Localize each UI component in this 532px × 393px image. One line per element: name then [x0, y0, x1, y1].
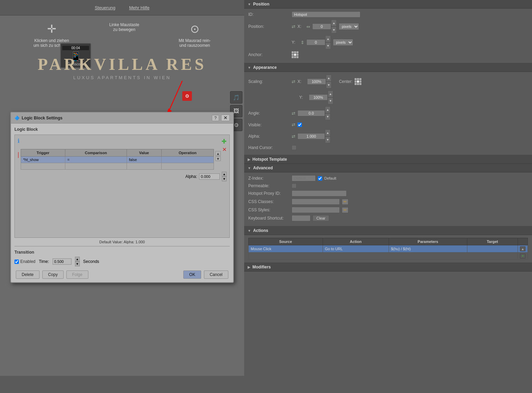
y-unit-select[interactable]: pixels: [333, 39, 353, 46]
scaling-y-up[interactable]: ▲: [328, 91, 333, 97]
modifiers-section-header[interactable]: ▶ Modifiers: [244, 263, 532, 272]
dialog-close-btn[interactable]: ✕: [221, 115, 230, 121]
advanced-section-header[interactable]: ▼ Advanced: [244, 164, 532, 172]
enabled-checkbox[interactable]: [14, 259, 19, 264]
z-default-label: Default: [324, 176, 336, 180]
info-icon[interactable]: ℹ: [18, 138, 20, 144]
add-row-icon[interactable]: ✚: [221, 138, 227, 145]
logic-block-content: ℹ ✚ | Trigger Comparison Value Operation: [14, 135, 230, 238]
hotspot-template-header-label: Hotspot Template: [252, 157, 287, 162]
keyboard-row: Keyboard Shortcut: Clear: [248, 215, 528, 221]
transition-label: Transition: [14, 250, 230, 255]
x-spin-up[interactable]: ▲: [331, 20, 337, 26]
cancel-button[interactable]: Cancel: [204, 270, 228, 279]
row-handle[interactable]: |: [18, 151, 21, 158]
scaling-x-group: ▲ ▼: [307, 75, 332, 88]
time-input[interactable]: [53, 258, 72, 265]
scaling-y-down[interactable]: ▼: [328, 97, 333, 104]
anchor-grid-icon[interactable]: [292, 51, 298, 58]
clear-button[interactable]: Clear: [313, 215, 329, 221]
delete-button[interactable]: Delete: [16, 270, 40, 279]
x-input[interactable]: [312, 23, 331, 30]
center-grid-icon[interactable]: [355, 78, 361, 85]
alpha-input[interactable]: [199, 173, 220, 180]
angle-input[interactable]: [297, 110, 325, 116]
scaling-x-up[interactable]: ▲: [326, 75, 332, 82]
css-styles-input[interactable]: [292, 207, 340, 213]
scaling-y-input[interactable]: [309, 94, 328, 100]
css-styles-edit-btn[interactable]: ✏: [342, 207, 348, 213]
visible-sync-icon[interactable]: ⇄: [292, 122, 295, 127]
mehr-hilfe-link[interactable]: Mehr Hilfe: [129, 5, 149, 10]
hand-cursor-checkbox[interactable]: [292, 145, 296, 150]
actions-section-header[interactable]: ▼ Actions: [244, 226, 532, 235]
enabled-checkbox-label[interactable]: Enabled: [14, 259, 35, 264]
x-label: X:: [297, 24, 304, 29]
row-scroll-up[interactable]: ▲: [215, 151, 221, 156]
css-classes-input[interactable]: [292, 199, 340, 205]
angle-row: Angle: ⇄ ▲ ▼: [248, 106, 528, 120]
delete-row-btn[interactable]: ✕: [222, 146, 227, 153]
alpha-sync-icon[interactable]: ⇄: [292, 134, 295, 139]
angle-up[interactable]: ▲: [325, 106, 330, 113]
y-spin-down[interactable]: ▼: [325, 42, 331, 49]
alpha-prop-input[interactable]: [297, 133, 325, 139]
steuerung-link[interactable]: Steuerung: [95, 5, 115, 10]
scaling-x-input[interactable]: [307, 78, 326, 85]
y-spin-up[interactable]: ▲: [325, 35, 331, 42]
z-default-checkbox[interactable]: [318, 176, 322, 181]
action-add-btn[interactable]: +: [520, 254, 525, 258]
id-input[interactable]: [292, 11, 360, 18]
x-unit-select[interactable]: pixels: [339, 23, 359, 30]
position-header-label: Position: [253, 2, 269, 7]
x-spin-down[interactable]: ▼: [331, 26, 337, 33]
ok-button[interactable]: OK: [183, 270, 201, 279]
x-sync-icon[interactable]: ⇔: [306, 24, 310, 29]
angle-sync-icon[interactable]: ⇄: [292, 111, 295, 116]
cell-operation: [161, 157, 214, 163]
angle-label: Angle:: [248, 111, 290, 116]
paste-button[interactable]: Folge: [66, 270, 88, 279]
position-section-header[interactable]: ▼ Position: [244, 0, 532, 9]
y-sync-icon[interactable]: ⇕: [301, 40, 304, 45]
right-panel: ▼ Position ID: Position: ⇄ X: ⇔ ▲ ▼ pixe…: [244, 0, 532, 393]
alpha-spin-down[interactable]: ▼: [222, 177, 227, 181]
time-spin-up[interactable]: ▲: [75, 257, 80, 262]
proxy-id-input[interactable]: [292, 190, 347, 196]
angle-down[interactable]: ▼: [325, 113, 330, 120]
id-label: ID:: [248, 12, 290, 17]
modifiers-triangle-icon: ▶: [248, 265, 250, 269]
dialog-help-btn[interactable]: ?: [212, 115, 219, 121]
action-row[interactable]: Mouse Click Go to URL $(hu) / $(ht) ▲: [249, 245, 528, 253]
transition-row: Enabled Time: ▲ ▼ Seconds: [14, 257, 230, 266]
col-action: Action: [323, 238, 389, 245]
x-spin-group: ▲ ▼: [312, 20, 337, 33]
keyboard-label: Keyboard Shortcut:: [248, 216, 290, 221]
proxy-id-row: Hotspot Proxy ID:: [248, 190, 528, 196]
hotspot-template-section-header[interactable]: ▶ Hotspot Template: [244, 155, 532, 164]
y-input[interactable]: [306, 39, 325, 45]
scaling-x-down[interactable]: ▼: [326, 82, 332, 88]
scaling-sync-icon[interactable]: ⇄: [292, 79, 295, 84]
table-row[interactable]: *ht_show = false: [21, 157, 214, 163]
css-classes-edit-btn[interactable]: ✏: [342, 199, 348, 205]
col-trigger: Trigger: [21, 149, 65, 157]
z-index-input[interactable]: [292, 175, 316, 181]
gear-overlay-icon[interactable]: ⚙: [182, 91, 192, 101]
position-sync-icon[interactable]: ⇄: [292, 24, 295, 29]
appearance-section-header[interactable]: ▼ Appearance: [244, 63, 532, 72]
visible-checkbox[interactable]: [297, 123, 302, 127]
time-spin-down[interactable]: ▼: [75, 262, 80, 266]
toolbar-music-btn[interactable]: 🎵: [230, 91, 242, 104]
row-scroll-down[interactable]: ▼: [215, 156, 221, 161]
alpha-up[interactable]: ▲: [325, 129, 330, 136]
copy-button[interactable]: Copy: [42, 270, 64, 279]
permeable-checkbox[interactable]: [292, 183, 296, 188]
keyboard-input[interactable]: [292, 215, 311, 221]
hand-cursor-label: Hand Cursor:: [248, 145, 290, 150]
alpha-down[interactable]: ▼: [325, 136, 330, 143]
action-scroll-up[interactable]: ▲: [520, 246, 525, 251]
alpha-spin-up[interactable]: ▲: [222, 172, 227, 177]
col-source: Source: [249, 238, 323, 245]
col-parameters: Parameters: [389, 238, 467, 245]
